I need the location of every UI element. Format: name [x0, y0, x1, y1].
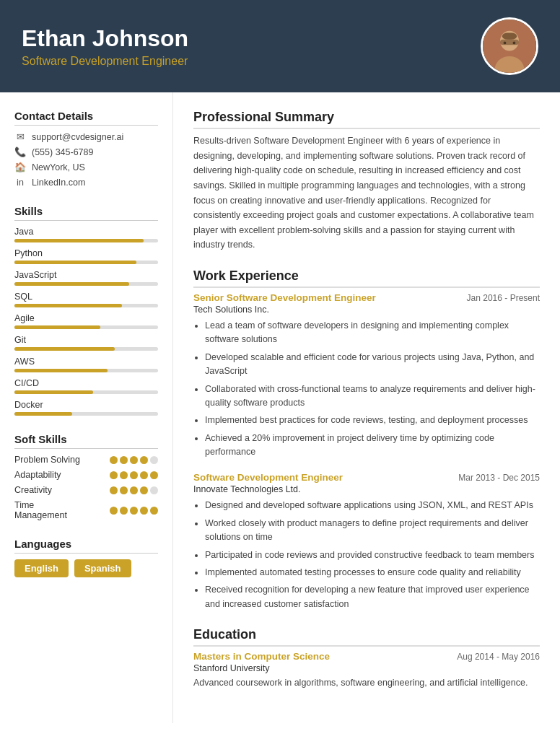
language-badge: Spanish	[74, 559, 131, 577]
skill-name: SQL	[14, 292, 158, 302]
skill-item: JavaScript	[14, 270, 158, 286]
skill-bar-fill	[14, 347, 115, 351]
job-title: Software Development Engineer	[193, 472, 343, 483]
dot	[150, 486, 158, 494]
skill-name: Git	[14, 335, 158, 345]
skill-name: Docker	[14, 400, 158, 410]
education-item: Masters in Computer Science Aug 2014 - M…	[193, 651, 540, 690]
work-section: Work Experience Senior Software Developm…	[193, 268, 540, 611]
job-bullet: Participated in code reviews and provide…	[205, 548, 540, 562]
location-value: NewYork, US	[32, 162, 85, 172]
contact-section: Contact Details ✉ support@cvdesigner.ai …	[14, 110, 158, 188]
soft-skills-list: Problem Solving Adaptability Creativity …	[14, 455, 158, 520]
job-bullet: Designed and developed software applicat…	[205, 499, 540, 512]
edu-date: Aug 2014 - May 2016	[457, 652, 540, 662]
svg-point-4	[504, 42, 507, 45]
soft-skill-dots	[110, 507, 158, 515]
job-bullet: Implemented automated testing processes …	[205, 566, 540, 580]
skill-item: Python	[14, 248, 158, 264]
skill-bar-background	[14, 390, 158, 394]
job-bullet: Lead a team of software developers in de…	[205, 319, 540, 347]
dot	[110, 507, 118, 515]
linkedin-value: LinkedIn.com	[32, 178, 85, 188]
job-bullet: Worked closely with product managers to …	[205, 517, 540, 545]
phone-icon: 📞	[14, 147, 26, 157]
job-item: Senior Software Development Engineer Jan…	[193, 292, 540, 459]
dot	[130, 507, 138, 515]
dot	[140, 471, 148, 479]
job-company: Innovate Technologies Ltd.	[193, 484, 540, 494]
languages-section: Languages EnglishSpanish	[14, 538, 158, 577]
education-title: Education	[193, 627, 540, 647]
contact-section-title: Contact Details	[14, 110, 158, 126]
skills-list: Java Python JavaScript SQL Agile Git AWS	[14, 227, 158, 416]
dot	[110, 486, 118, 494]
skill-item: Java	[14, 227, 158, 242]
svg-rect-6	[502, 33, 517, 40]
soft-skills-section: Soft Skills Problem Solving Adaptability…	[14, 433, 158, 520]
skill-bar-background	[14, 325, 158, 329]
skill-bar-background	[14, 239, 158, 242]
email-icon: ✉	[14, 131, 26, 142]
soft-skills-section-title: Soft Skills	[14, 433, 158, 449]
phone-value: (555) 345-6789	[32, 147, 93, 157]
job-header: Senior Software Development Engineer Jan…	[193, 292, 540, 303]
header-left: Ethan Johnson Software Development Engin…	[22, 25, 188, 68]
main-layout: Contact Details ✉ support@cvdesigner.ai …	[0, 92, 560, 723]
job-date: Mar 2013 - Dec 2015	[458, 473, 540, 483]
job-bullet: Achieved a 20% improvement in project de…	[205, 432, 540, 460]
soft-skill-item: Adaptability	[14, 470, 158, 480]
dot	[130, 456, 138, 464]
contact-email: ✉ support@cvdesigner.ai	[14, 131, 158, 142]
skill-name: Agile	[14, 313, 158, 323]
dot	[130, 486, 138, 494]
soft-skill-name: Adaptability	[14, 470, 87, 480]
job-bullet: Collaborated with cross-functional teams…	[205, 382, 540, 411]
dot	[120, 471, 128, 479]
soft-skill-item: Creativity	[14, 485, 158, 495]
skill-name: JavaScript	[14, 270, 158, 280]
summary-title: Professional Summary	[193, 110, 540, 129]
soft-skill-dots	[110, 471, 158, 479]
job-bullet: Implemented best practices for code revi…	[205, 414, 540, 427]
skill-bar-background	[14, 304, 158, 307]
resume-header: Ethan Johnson Software Development Engin…	[0, 0, 560, 92]
language-badges: EnglishSpanish	[14, 559, 158, 577]
skill-item: Docker	[14, 400, 158, 416]
skill-bar-fill	[14, 261, 136, 264]
soft-skill-name: Creativity	[14, 485, 87, 495]
skill-bar-background	[14, 369, 158, 372]
education-section: Education Masters in Computer Science Au…	[193, 627, 540, 690]
contact-location: 🏠 NewYork, US	[14, 162, 158, 172]
skill-name: CI/CD	[14, 378, 158, 388]
soft-skill-name: Problem Solving	[14, 455, 87, 465]
soft-skill-item: Time Management	[14, 500, 158, 520]
job-item: Software Development Engineer Mar 2013 -…	[193, 472, 540, 611]
skill-item: CI/CD	[14, 378, 158, 394]
job-header: Software Development Engineer Mar 2013 -…	[193, 472, 540, 483]
dot	[120, 456, 128, 464]
soft-skill-dots	[110, 486, 158, 494]
skill-bar-fill	[14, 304, 122, 307]
skill-bar-fill	[14, 412, 72, 416]
job-date: Jan 2016 - Present	[467, 293, 540, 303]
contact-phone: 📞 (555) 345-6789	[14, 147, 158, 157]
summary-section: Professional Summary Results-driven Soft…	[193, 110, 540, 253]
candidate-name: Ethan Johnson	[22, 25, 188, 52]
skill-bar-background	[14, 261, 158, 264]
edu-header: Masters in Computer Science Aug 2014 - M…	[193, 651, 540, 662]
soft-skill-item: Problem Solving	[14, 455, 158, 465]
dot	[120, 486, 128, 494]
dot	[150, 456, 158, 464]
skill-bar-fill	[14, 325, 100, 329]
email-value: support@cvdesigner.ai	[32, 132, 123, 142]
skill-bar-background	[14, 412, 158, 416]
dot	[130, 471, 138, 479]
skill-name: Python	[14, 248, 158, 258]
location-icon: 🏠	[14, 162, 26, 172]
jobs-list: Senior Software Development Engineer Jan…	[193, 292, 540, 611]
skill-name: AWS	[14, 357, 158, 367]
dot	[110, 471, 118, 479]
summary-text: Results-driven Software Development Engi…	[193, 134, 540, 253]
edu-degree: Masters in Computer Science	[193, 651, 330, 662]
